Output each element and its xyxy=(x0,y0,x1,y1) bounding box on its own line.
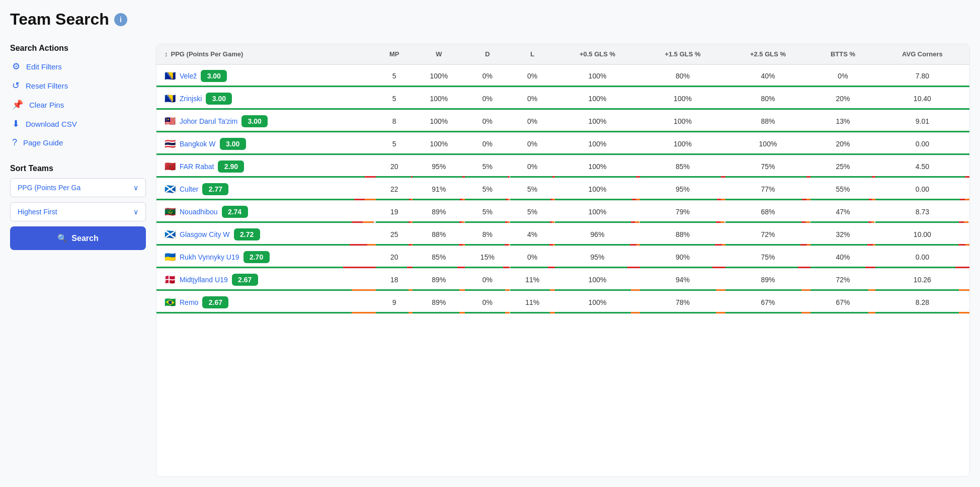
download-csv-action[interactable]: ⬇ Download CSV xyxy=(10,114,146,133)
sort-col-label: PPG (Points Per Game) xyxy=(171,50,243,58)
avg-corners-cell: 0.00 xyxy=(875,178,969,201)
mp-cell: 18 xyxy=(376,269,413,291)
team-flag: 🇧🇦 xyxy=(165,93,176,104)
l-cell: 0% xyxy=(510,155,555,178)
team-name[interactable]: Zrinjski xyxy=(180,95,202,103)
d-cell: 5% xyxy=(465,155,510,178)
team-flag: 🇹🇭 xyxy=(165,138,176,149)
download-csv-icon: ⬇ xyxy=(12,118,20,129)
search-actions-title: Search Actions xyxy=(10,44,146,53)
ppg-badge: 2.67 xyxy=(232,274,258,286)
ppg-badge: 2.90 xyxy=(218,160,244,173)
team-name[interactable]: Culter xyxy=(180,185,198,193)
gls05-cell: 95% xyxy=(555,246,640,269)
reset-filters-action[interactable]: ↺ Reset Filters xyxy=(10,76,146,95)
team-name[interactable]: Midtjylland U19 xyxy=(180,276,228,284)
d-cell: 5% xyxy=(465,178,510,201)
page-title: Team Search xyxy=(10,10,109,29)
sort-by-select[interactable]: PPG (Points Per Ga ∨ xyxy=(10,178,146,197)
team-name[interactable]: Remo xyxy=(180,298,198,306)
page-guide-action[interactable]: ? Page Guide xyxy=(10,133,146,152)
team-cell: 🇧🇦 Velež 3.00 xyxy=(156,64,376,88)
gls05-cell: 100% xyxy=(555,155,640,178)
gls25-cell: 75% xyxy=(725,155,810,178)
team-name[interactable]: Nouadhibou xyxy=(180,208,218,216)
team-name[interactable]: Johor Darul Ta'zim xyxy=(180,117,237,125)
clear-pins-label: Clear Pins xyxy=(29,101,64,109)
gls05-cell: 100% xyxy=(555,269,640,291)
gls25-cell: 80% xyxy=(725,88,810,110)
ppg-badge: 3.00 xyxy=(206,93,232,105)
sort-order-select[interactable]: Highest First ∨ xyxy=(10,202,146,221)
sort-column-header[interactable]: ↕ PPG (Points Per Game) xyxy=(156,44,376,64)
clear-pins-action[interactable]: 📌 Clear Pins xyxy=(10,95,146,114)
l-cell: 5% xyxy=(510,178,555,201)
search-icon: 🔍 xyxy=(57,233,67,243)
col-gls05: +0.5 GLS % xyxy=(555,44,640,64)
d-cell: 0% xyxy=(465,88,510,110)
search-button[interactable]: 🔍 Search xyxy=(10,226,146,250)
gls25-cell: 68% xyxy=(725,201,810,223)
sort-by-value: PPG (Points Per Ga xyxy=(18,184,80,192)
info-icon[interactable]: i xyxy=(114,13,127,26)
gls15-cell: 100% xyxy=(640,133,725,155)
col-btts: BTTS % xyxy=(810,44,875,64)
edit-filters-action[interactable]: ⚙ Edit Filters xyxy=(10,57,146,76)
team-cell: 🏴󠁧󠁢󠁳󠁣󠁴󠁿 Culter 2.77 xyxy=(156,178,376,201)
mp-cell: 8 xyxy=(376,110,413,133)
team-name[interactable]: Bangkok W xyxy=(180,140,216,148)
col-avg-corners: AVG Corners xyxy=(875,44,969,64)
d-cell: 5% xyxy=(465,201,510,223)
team-cell: 🏴󠁧󠁢󠁳󠁣󠁴󠁿 Glasgow City W 2.72 xyxy=(156,223,376,246)
table-row: 🇲🇦 FAR Rabat 2.90 20 95% 5% 0% 100% xyxy=(156,155,969,178)
team-cell: 🇧🇦 Zrinjski 3.00 xyxy=(156,88,376,110)
w-cell: 89% xyxy=(413,201,465,223)
col-l: L xyxy=(510,44,555,64)
w-cell: 100% xyxy=(413,110,465,133)
mp-cell: 5 xyxy=(376,133,413,155)
avg-corners-cell: 9.01 xyxy=(875,110,969,133)
gls25-cell: 67% xyxy=(725,291,810,314)
team-name[interactable]: Velež xyxy=(180,72,197,80)
w-cell: 85% xyxy=(413,246,465,269)
gls05-cell: 100% xyxy=(555,291,640,314)
mp-cell: 20 xyxy=(376,246,413,269)
search-button-label: Search xyxy=(71,234,98,243)
gls15-cell: 100% xyxy=(640,88,725,110)
gls15-cell: 95% xyxy=(640,178,725,201)
team-flag: 🇲🇦 xyxy=(165,161,176,172)
table-row: 🇧🇦 Velež 3.00 5 100% 0% 0% 100% 80% xyxy=(156,64,969,88)
gls05-cell: 96% xyxy=(555,223,640,246)
col-w: W xyxy=(413,44,465,64)
w-cell: 100% xyxy=(413,88,465,110)
btts-cell: 67% xyxy=(810,291,875,314)
mp-cell: 9 xyxy=(376,291,413,314)
sort-col-icon: ↕ xyxy=(165,50,168,58)
d-cell: 8% xyxy=(465,223,510,246)
col-gls15: +1.5 GLS % xyxy=(640,44,725,64)
table-row: 🇺🇦 Rukh Vynnyky U19 2.70 20 85% 15% 0% 9… xyxy=(156,246,969,269)
btts-cell: 55% xyxy=(810,178,875,201)
gls15-cell: 88% xyxy=(640,223,725,246)
avg-corners-cell: 10.26 xyxy=(875,269,969,291)
page-guide-icon: ? xyxy=(12,137,17,148)
ppg-badge: 2.74 xyxy=(222,206,248,218)
gls25-cell: 89% xyxy=(725,269,810,291)
btts-cell: 72% xyxy=(810,269,875,291)
col-gls25: +2.5 GLS % xyxy=(725,44,810,64)
team-name[interactable]: FAR Rabat xyxy=(180,163,214,171)
team-cell: 🇧🇷 Remo 2.67 xyxy=(156,291,376,314)
btts-cell: 0% xyxy=(810,64,875,88)
w-cell: 100% xyxy=(413,64,465,88)
team-name[interactable]: Rukh Vynnyky U19 xyxy=(180,253,239,261)
team-name[interactable]: Glasgow City W xyxy=(180,230,230,238)
reset-filters-icon: ↺ xyxy=(12,80,20,91)
l-cell: 0% xyxy=(510,110,555,133)
avg-corners-cell: 10.40 xyxy=(875,88,969,110)
ppg-badge: 2.77 xyxy=(202,183,228,195)
team-flag: 🇲🇾 xyxy=(165,116,176,127)
gls05-cell: 100% xyxy=(555,110,640,133)
w-cell: 89% xyxy=(413,269,465,291)
sort-order-chevron-icon: ∨ xyxy=(133,208,138,216)
ppg-badge: 3.00 xyxy=(220,138,246,150)
